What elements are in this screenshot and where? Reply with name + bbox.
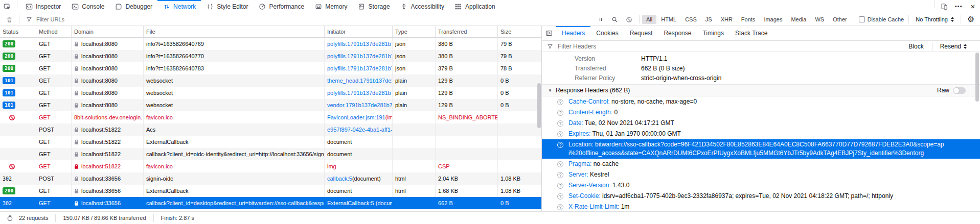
request-row[interactable]: 302GETlocalhost:33656callback?client_id=…	[0, 197, 541, 209]
help-icon[interactable]: ?	[557, 172, 563, 178]
details-scrollbar-thumb[interactable]	[975, 53, 979, 102]
type-filter-xhr[interactable]: XHR	[717, 15, 737, 24]
header-row[interactable]: ?Cache-Control: no-store, no-cache, max-…	[542, 96, 980, 107]
pick-element-button[interactable]	[0, 0, 14, 13]
resend-button[interactable]: Resend	[938, 43, 969, 50]
help-icon[interactable]: ?	[557, 193, 563, 200]
tab-performance[interactable]: Performance	[253, 0, 309, 13]
url-filter-input[interactable]	[35, 16, 590, 23]
header-name[interactable]: Date:	[568, 119, 585, 127]
request-row[interactable]: 101GETlocalhost:8080websockettheme_head.…	[0, 74, 541, 87]
type-filter-css[interactable]: CSS	[681, 15, 701, 24]
header-row[interactable]: ?Location: bitwarden://sso-callback?code…	[542, 139, 980, 159]
details-tab-cookies[interactable]: Cookies	[590, 26, 624, 40]
header-name[interactable]: Pragma:	[568, 160, 594, 167]
request-blocking-button[interactable]	[622, 16, 636, 23]
header-row[interactable]: ?X-Rate-Limit-Limit: 1m	[542, 202, 980, 211]
tab-debugger[interactable]: Debugger	[109, 0, 157, 13]
network-settings-button[interactable]: ⚙	[964, 15, 978, 23]
header-row[interactable]: ?Server-Version: 1.43.0	[542, 180, 980, 191]
details-tab-request[interactable]: Request	[624, 26, 658, 40]
close-devtools-button[interactable]: ×	[966, 0, 980, 13]
column-header-transferred[interactable]: Transferred	[436, 26, 498, 37]
tab-application[interactable]: Application	[449, 0, 500, 13]
initiator-link[interactable]: polyfills.1791b137de281b787…	[327, 41, 393, 47]
search-button[interactable]	[608, 16, 622, 23]
header-name[interactable]: X-Rate-Limit-Limit:	[568, 203, 621, 210]
initiator-link[interactable]: vendor.1791b137de281b787…	[327, 102, 393, 108]
split-view-toggle-button[interactable]	[542, 26, 556, 40]
help-icon[interactable]: ?	[557, 204, 563, 210]
details-tab-headers[interactable]: Headers	[556, 26, 590, 40]
header-row[interactable]: ?Set-Cookie: idsrv=adf6cba1-7075-402b-9e…	[542, 191, 980, 202]
request-row[interactable]: 101GETlocalhost:8080websocketpolyfills.1…	[0, 87, 541, 99]
tab-memory[interactable]: Memory	[309, 0, 352, 13]
header-row[interactable]: ?Date: Tue, 02 Nov 2021 04:17:21 GMT	[542, 118, 980, 129]
request-row[interactable]: 200GETlocalhost:8080info?t=1635826640770…	[0, 50, 541, 62]
devtools-menu-button[interactable]: ⋯	[951, 0, 966, 13]
request-row[interactable]: GET8bit-solutions-dev.onelogin.…favicon.…	[0, 111, 541, 123]
column-header-status[interactable]: Status	[0, 26, 36, 37]
initiator-link[interactable]: e957f897-042e-4ba1-aff1-…	[327, 127, 393, 133]
column-header-size[interactable]: Size	[498, 26, 541, 37]
request-row[interactable]: GETlocalhost:51822favicon.icoimgCSP	[0, 160, 541, 172]
block-url-button[interactable]: Block	[906, 43, 926, 50]
type-filter-all[interactable]: All	[642, 15, 656, 24]
request-row[interactable]: POSTlocalhost:51822Acse957f897-042e-4ba1…	[0, 123, 541, 136]
header-name[interactable]: Cache-Control:	[568, 98, 611, 105]
headers-filter-input[interactable]	[557, 42, 903, 51]
help-icon[interactable]: ?	[557, 183, 563, 189]
table-scrollbar-thumb[interactable]	[537, 83, 541, 128]
header-row[interactable]: ?Pragma: no-cache	[542, 159, 980, 169]
type-filter-images[interactable]: Images	[760, 15, 786, 24]
help-icon[interactable]: ?	[557, 99, 563, 105]
initiator-link[interactable]: FaviconLoader.jsm:191	[327, 114, 385, 120]
tab-console[interactable]: Console	[66, 0, 109, 13]
type-filter-js[interactable]: JS	[701, 15, 716, 24]
request-row[interactable]: GETlocalhost:51822callback?client_id=oid…	[0, 148, 541, 160]
header-name[interactable]: Server:	[568, 171, 590, 178]
type-filter-html[interactable]: HTML	[657, 15, 680, 24]
tab-inspector[interactable]: Inspector	[20, 0, 66, 13]
request-row[interactable]: 101GETlocalhost:8080websocketvendor.1791…	[0, 99, 541, 111]
column-header-domain[interactable]: Domain	[72, 26, 144, 37]
header-row[interactable]: ?Expires: Thu, 01 Jan 1970 00:00:00 GMT	[542, 129, 980, 139]
tab-accessibility[interactable]: Accessibility	[395, 0, 449, 13]
pause-traffic-button[interactable]	[594, 16, 608, 23]
details-tab-stack-trace[interactable]: Stack Trace	[730, 26, 773, 40]
header-name[interactable]: Expires:	[568, 130, 592, 137]
request-row[interactable]: GETlocalhost:51822ExternalCallbackdocume…	[0, 136, 541, 148]
header-row[interactable]: ?Content-Length: 0	[542, 107, 980, 118]
help-icon[interactable]: ?	[557, 120, 563, 127]
column-header-initiator[interactable]: Initiator	[325, 26, 393, 37]
header-row[interactable]: ?Server: Kestrel	[542, 169, 980, 180]
help-icon[interactable]: ?	[557, 142, 563, 148]
initiator-link[interactable]: polyfills.1791b137de281b787…	[327, 90, 393, 96]
tab-network[interactable]: Network	[157, 0, 201, 13]
header-name[interactable]: Server-Version:	[568, 182, 612, 189]
column-header-method[interactable]: Method	[36, 26, 72, 37]
column-header-file[interactable]: File	[144, 26, 325, 37]
initiator-link[interactable]: polyfills.1791b137de281b787…	[327, 65, 393, 71]
initiator-link[interactable]: callback:5	[327, 176, 352, 182]
request-row[interactable]: 200GETlocalhost:33656ExternalCallbackdoc…	[0, 185, 541, 197]
header-name[interactable]: Content-Length:	[568, 109, 614, 116]
clear-requests-button[interactable]	[2, 16, 16, 23]
help-icon[interactable]: ?	[557, 161, 563, 167]
details-tab-timings[interactable]: Timings	[697, 26, 730, 40]
disable-cache-control[interactable]: Disable Cache	[857, 16, 906, 22]
initiator-link[interactable]: polyfills.1791b137de281b787…	[327, 53, 393, 59]
throttling-select[interactable]: No Throttling	[911, 16, 958, 22]
type-filter-ws[interactable]: WS	[811, 15, 828, 24]
help-icon[interactable]: ?	[557, 131, 563, 137]
column-header-type[interactable]: Type	[393, 26, 436, 37]
tab-style-editor[interactable]: Style Editor	[201, 0, 253, 13]
response-headers-section[interactable]: ▼ Response Headers (662 B) Raw	[542, 84, 980, 96]
initiator-link[interactable]: theme_head.1791b137de281…	[327, 78, 393, 84]
type-filter-other[interactable]: Other	[829, 15, 851, 24]
performance-analysis-button[interactable]	[5, 214, 14, 222]
details-tab-response[interactable]: Response	[658, 26, 697, 40]
header-name[interactable]: Set-Cookie:	[568, 192, 602, 200]
help-icon[interactable]: ?	[557, 110, 563, 116]
request-row[interactable]: 200GETlocalhost:8080info?t=1635826640783…	[0, 62, 541, 74]
